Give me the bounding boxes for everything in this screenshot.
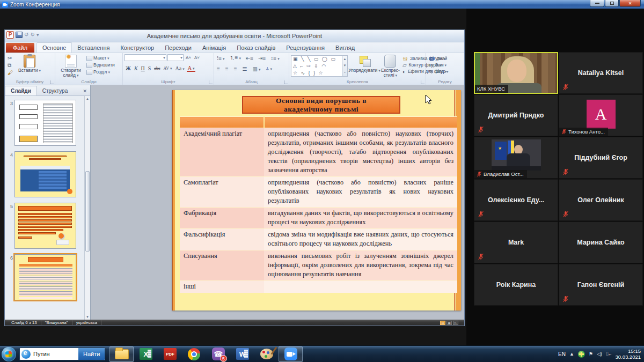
current-slide[interactable]: Основні види порушень в академічному пис… bbox=[172, 90, 461, 311]
clipboard-dialog-launcher[interactable] bbox=[50, 80, 54, 84]
minimize-button[interactable] bbox=[590, 0, 604, 7]
shapes-gallery[interactable]: ▣ ╲ ╲ ▭ ◯ ▭△ ⌐ ⇨ ⇩ ◠☆ ∿ { } ☆ ▲▼⌄ bbox=[291, 54, 348, 79]
tab-file[interactable]: Файл bbox=[6, 43, 34, 53]
participant-tile[interactable]: Дмитрий Прядко bbox=[474, 94, 558, 136]
slide-thumbnail-6-selected[interactable] bbox=[14, 254, 76, 300]
copy-icon[interactable]: ⧉ bbox=[6, 62, 15, 69]
find-button[interactable]: ↈЗнай bbox=[428, 56, 447, 62]
paint-button[interactable] bbox=[254, 346, 279, 362]
bullets-icon[interactable]: ⁝≡ bbox=[216, 55, 226, 61]
hidden-icons-arrow[interactable]: ▲ bbox=[569, 351, 574, 357]
participant-tile[interactable]: Владислав Ост... bbox=[474, 137, 558, 179]
participant-tile[interactable]: Олег Олейник bbox=[559, 179, 643, 221]
network-icon[interactable]: ⌷⌐ bbox=[606, 351, 612, 357]
font-size-combobox[interactable] bbox=[167, 54, 184, 61]
new-slide-button[interactable]: Створити слайд bbox=[57, 54, 85, 79]
grow-font-icon[interactable]: A˄ bbox=[185, 55, 192, 60]
zoom-app-button[interactable] bbox=[279, 346, 303, 362]
cut-icon[interactable]: ✂ bbox=[6, 55, 15, 61]
text-direction-icon[interactable]: ⫝ bbox=[265, 65, 273, 72]
restore-button[interactable] bbox=[605, 0, 619, 7]
slide-thumbnail-4[interactable] bbox=[14, 151, 76, 197]
speaker-icon[interactable]: ◁) bbox=[597, 351, 602, 357]
arrange-button[interactable]: Упорядкувати bbox=[349, 54, 379, 79]
format-painter-icon[interactable]: 🖌︎ bbox=[6, 70, 15, 76]
paste-button[interactable]: Вставити bbox=[17, 54, 42, 79]
font-name-combobox[interactable] bbox=[125, 54, 166, 61]
layout-button[interactable]: Макет bbox=[86, 55, 115, 61]
indent-decrease-icon[interactable]: ⇤≡ bbox=[245, 55, 254, 61]
search-button[interactable]: Найти bbox=[78, 348, 105, 360]
replace-button[interactable]: abЗам bbox=[428, 62, 447, 68]
thumbnails-scrollbar[interactable] bbox=[84, 96, 90, 320]
pdf-reader-button[interactable]: PDF bbox=[158, 346, 182, 362]
excel-button[interactable]: X bbox=[134, 346, 158, 362]
slideshow-button[interactable]: ▷ bbox=[453, 321, 458, 325]
start-button[interactable] bbox=[2, 347, 16, 361]
italic-button[interactable]: К bbox=[133, 65, 139, 71]
tab-animations[interactable]: Анімація bbox=[197, 43, 231, 53]
save-icon[interactable] bbox=[16, 32, 23, 38]
participant-tile[interactable]: Олексієнко Еду... bbox=[474, 179, 558, 221]
slide-thumbnail-3[interactable] bbox=[14, 100, 76, 146]
outline-tab[interactable]: Структура bbox=[37, 86, 73, 95]
word-button[interactable]: W bbox=[230, 346, 254, 362]
drawing-dialog-launcher[interactable] bbox=[421, 80, 425, 84]
shapes-grid-icon[interactable]: ▣ ╲ ╲ ▭ ◯ ▭△ ⌐ ⇨ ⇩ ◠☆ ∿ { } ☆ bbox=[291, 55, 342, 77]
tab-view[interactable]: Вигляд bbox=[330, 43, 360, 53]
quick-styles-button[interactable]: Експрес-стилі bbox=[381, 54, 400, 79]
participant-tile[interactable]: Nataliya Kitsel bbox=[559, 52, 643, 94]
bold-button[interactable]: Ж bbox=[125, 65, 132, 71]
slide-thumbnail-5[interactable] bbox=[14, 203, 76, 249]
numbering-icon[interactable]: ⒈≡ bbox=[229, 54, 242, 62]
tab-transitions[interactable]: Переходи bbox=[159, 43, 197, 53]
undo-icon[interactable]: ↺ bbox=[24, 32, 28, 38]
search-input[interactable] bbox=[32, 351, 78, 357]
shrink-font-icon[interactable]: A˅ bbox=[193, 55, 201, 60]
line-spacing-icon[interactable]: ↕≡ bbox=[269, 55, 280, 61]
tab-review[interactable]: Рецензування bbox=[281, 43, 330, 53]
tab-home[interactable]: Основне bbox=[36, 42, 72, 53]
shadow-button[interactable]: S bbox=[147, 65, 152, 71]
align-right-icon[interactable]: ≡ bbox=[233, 66, 238, 72]
select-button[interactable]: ⇖Вид bbox=[428, 69, 447, 75]
change-case-button[interactable]: Aa bbox=[174, 65, 185, 71]
justify-icon[interactable]: ☰ bbox=[241, 66, 248, 72]
participant-tile[interactable]: Mark bbox=[474, 221, 558, 263]
theme-name[interactable]: "Вишукана" bbox=[41, 320, 72, 325]
close-icon[interactable]: ✕ bbox=[619, 0, 641, 7]
indent-increase-icon[interactable]: ⇥≡ bbox=[257, 55, 267, 61]
font-color-button[interactable]: A bbox=[187, 65, 196, 72]
slide-counter[interactable]: Слайд 6 з 13 bbox=[8, 320, 41, 325]
tab-slideshow[interactable]: Показ слайдів bbox=[231, 43, 281, 53]
align-center-icon[interactable]: ≡ bbox=[224, 66, 230, 72]
tab-design[interactable]: Конструктор bbox=[115, 43, 159, 53]
slide-title[interactable]: Основні види порушень в академічному пис… bbox=[242, 96, 400, 114]
columns-icon[interactable]: ▥ bbox=[252, 66, 262, 72]
tab-insert[interactable]: Вставлення bbox=[72, 43, 115, 53]
section-button[interactable]: Розділ bbox=[86, 69, 115, 75]
reset-button[interactable]: Відновити bbox=[86, 62, 115, 68]
redo-icon[interactable]: ↻ bbox=[30, 32, 34, 38]
participant-tile[interactable]: Роік Карина bbox=[474, 264, 558, 306]
chrome-button[interactable] bbox=[182, 346, 206, 362]
antivirus-icon[interactable] bbox=[578, 351, 585, 358]
scrollbar-thumb[interactable] bbox=[85, 171, 90, 252]
participant-tile-active-speaker[interactable]: КЛК ХНУВС bbox=[474, 52, 558, 94]
font-dialog-launcher[interactable] bbox=[209, 80, 213, 84]
file-explorer-button[interactable] bbox=[109, 346, 134, 362]
normal-view-button[interactable]: ▤ bbox=[440, 321, 445, 325]
participant-tile[interactable]: Піддубний Єгор bbox=[559, 137, 643, 179]
paragraph-dialog-launcher[interactable] bbox=[284, 80, 288, 84]
qat-customize-icon[interactable]: ▾ bbox=[36, 32, 39, 38]
participant-tile[interactable]: A Тихонов Анто... bbox=[559, 94, 643, 136]
viber-button[interactable]: ☎5 bbox=[206, 346, 230, 362]
language-indicator[interactable]: українська bbox=[72, 320, 101, 325]
participant-tile[interactable]: Гапон Євгеній bbox=[559, 264, 643, 306]
language-indicator[interactable]: EN bbox=[558, 351, 566, 357]
taskbar-clock[interactable]: 15:15 30.03.2021 bbox=[615, 348, 641, 360]
align-left-icon[interactable]: ≡ bbox=[216, 66, 221, 72]
slides-tab[interactable]: Слайди bbox=[5, 86, 37, 95]
panel-close-icon[interactable]: ✕ bbox=[79, 87, 90, 95]
participant-tile[interactable]: Марина Сайко bbox=[559, 221, 643, 263]
